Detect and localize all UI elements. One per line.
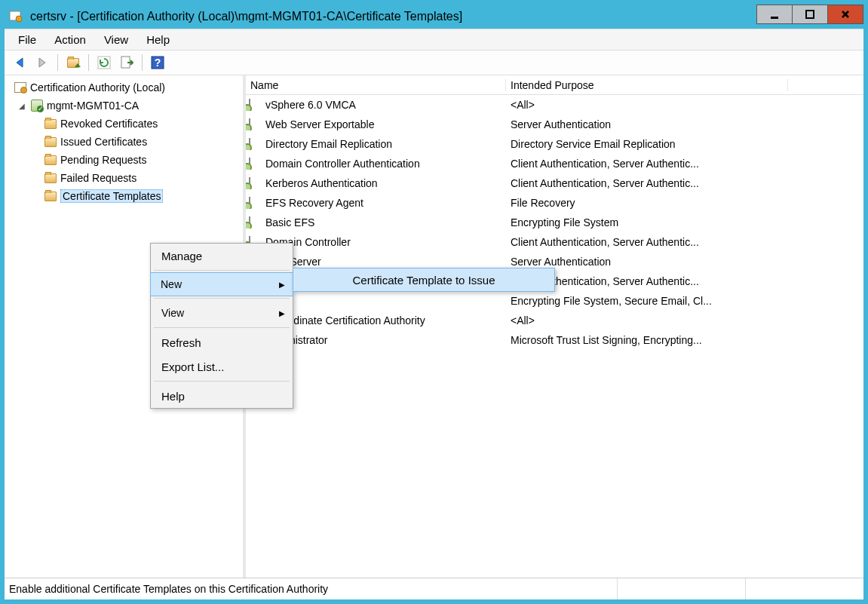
tree-issued[interactable]: Issued Certificates — [8, 133, 240, 151]
separator — [154, 327, 290, 328]
template-purpose: <All> — [506, 99, 863, 111]
menu-file[interactable]: File — [11, 30, 44, 49]
list-item[interactable]: EFS Recovery AgentFile Recovery — [246, 193, 863, 213]
template-name: Domain Controller Authentication — [265, 158, 420, 170]
list-item[interactable]: Kerberos AuthenticationClient Authentica… — [246, 173, 863, 193]
ctx-new[interactable]: New▶ — [150, 272, 293, 296]
list-item[interactable]: UserEncrypting File System, Secure Email… — [246, 291, 863, 311]
context-menu: Manage New▶ View▶ Refresh Export List...… — [150, 243, 293, 409]
tree-root[interactable]: Certification Authority (Local) — [8, 78, 240, 97]
status-mid — [618, 578, 746, 599]
menu-help[interactable]: Help — [139, 30, 177, 49]
template-purpose: Client Authentication, Server Authentic.… — [506, 158, 863, 170]
folder-icon — [44, 190, 57, 202]
toolbar-separator — [88, 54, 89, 71]
submenu-arrow-icon: ▶ — [279, 309, 285, 317]
tree-pending[interactable]: Pending Requests — [8, 151, 240, 169]
titlebar[interactable]: certsrv - [Certification Authority (Loca… — [5, 5, 863, 29]
refresh-button[interactable] — [94, 52, 115, 73]
up-button[interactable] — [63, 52, 84, 73]
list-item[interactable]: Directory Email ReplicationDirectory Ser… — [246, 134, 863, 154]
template-name: Basic EFS — [265, 216, 314, 228]
template-name: EFS Recovery Agent — [265, 197, 363, 209]
ctx-cert-template-to-issue[interactable]: Certificate Template to Issue — [293, 268, 555, 292]
folder-icon — [44, 118, 57, 130]
tree-revoked[interactable]: Revoked Certificates — [8, 115, 240, 133]
statusbar: Enable additional Certificate Templates … — [5, 578, 863, 599]
template-icon — [249, 197, 262, 209]
separator — [154, 381, 290, 382]
submenu-new: Certificate Template to Issue — [293, 268, 555, 292]
menubar: File Action View Help — [5, 29, 863, 50]
tree-ca-node[interactable]: ◢ mgmt-MGMT01-CA — [8, 97, 240, 115]
list-item[interactable]: Domain ControllerClient Authentication, … — [246, 232, 863, 252]
template-purpose: Server Authentication — [506, 118, 863, 130]
menu-action[interactable]: Action — [47, 30, 94, 49]
list-header: Name Intended Purpose — [246, 75, 863, 95]
list-item[interactable]: vSphere 6.0 VMCA<All> — [246, 95, 863, 115]
ctx-help[interactable]: Help — [151, 384, 293, 408]
template-icon — [249, 99, 262, 111]
folder-icon — [44, 172, 57, 184]
list-item[interactable]: AdministratorMicrosoft Trust List Signin… — [246, 330, 863, 350]
list-body: vSphere 6.0 VMCA<All>Web Server Exportab… — [246, 95, 863, 578]
window-title: certsrv - [Certification Authority (Loca… — [30, 10, 757, 23]
ctx-view[interactable]: View▶ — [151, 301, 293, 325]
list-item[interactable]: Subordinate Certification Authority<All> — [246, 311, 863, 330]
svg-text:?: ? — [155, 57, 161, 69]
list-item[interactable]: Basic EFSEncrypting File System — [246, 213, 863, 232]
tree-templates[interactable]: Certificate Templates — [8, 187, 240, 205]
ctx-refresh[interactable]: Refresh — [151, 330, 293, 354]
template-icon — [249, 118, 262, 130]
list-pane[interactable]: Name Intended Purpose vSphere 6.0 VMCA<A… — [246, 75, 863, 578]
svg-rect-3 — [806, 11, 814, 18]
template-icon — [249, 158, 262, 170]
template-purpose: <All> — [506, 314, 863, 327]
list-item[interactable]: Web Server ExportableServer Authenticati… — [246, 115, 863, 134]
minimize-button[interactable] — [756, 5, 793, 24]
template-purpose: Encrypting File System, Secure Email, Cl… — [506, 295, 863, 307]
template-name: Directory Email Replication — [265, 138, 392, 150]
submenu-arrow-icon: ▶ — [279, 281, 285, 289]
svg-rect-2 — [771, 17, 778, 19]
app-icon — [9, 10, 23, 23]
list-item[interactable]: Domain Controller AuthenticationClient A… — [246, 154, 863, 173]
template-purpose: Server Authentication — [506, 256, 863, 268]
ctx-manage[interactable]: Manage — [151, 244, 293, 268]
template-icon — [249, 138, 262, 150]
forward-button[interactable] — [32, 52, 53, 73]
folder-icon — [44, 154, 57, 166]
toolbar-separator — [142, 54, 143, 71]
template-purpose: File Recovery — [506, 197, 863, 209]
template-icon — [249, 216, 262, 228]
column-name[interactable]: Name — [246, 79, 506, 91]
menu-view[interactable]: View — [97, 30, 136, 49]
toolbar: ? — [5, 50, 863, 75]
template-purpose: Client Authentication, Server Authentic.… — [506, 177, 863, 189]
close-button[interactable] — [827, 5, 863, 24]
template-icon — [249, 177, 262, 189]
back-button[interactable] — [9, 52, 30, 73]
template-name: Kerberos Authentication — [265, 177, 378, 189]
template-name: Web Server Exportable — [265, 118, 374, 130]
column-purpose[interactable]: Intended Purpose — [506, 79, 788, 91]
folder-icon — [44, 136, 57, 148]
separator — [154, 270, 290, 271]
export-button[interactable] — [116, 52, 137, 73]
ctx-export[interactable]: Export List... — [151, 354, 293, 379]
status-text: Enable additional Certificate Templates … — [9, 578, 618, 599]
collapse-icon[interactable]: ◢ — [17, 102, 27, 110]
template-purpose: Encrypting File System — [506, 216, 863, 228]
maximize-button[interactable] — [792, 5, 828, 24]
template-name: vSphere 6.0 VMCA — [265, 99, 356, 111]
content-area: Certification Authority (Local) ◢ mgmt-M… — [5, 75, 863, 578]
help-button[interactable]: ? — [147, 52, 168, 73]
svg-point-1 — [16, 16, 22, 22]
template-purpose: Client Authentication, Server Authentic.… — [506, 236, 863, 248]
tree-failed[interactable]: Failed Requests — [8, 169, 240, 187]
window-controls — [757, 5, 863, 29]
status-right — [746, 578, 859, 599]
certsrv-window: certsrv - [Certification Authority (Loca… — [5, 5, 863, 599]
template-purpose: Client Authentication, Server Authentic.… — [506, 275, 863, 287]
ca-icon — [30, 100, 44, 112]
